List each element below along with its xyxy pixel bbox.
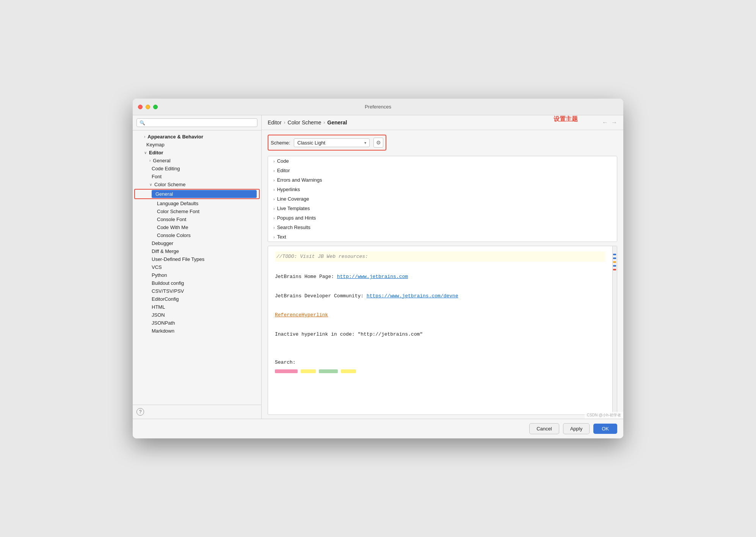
apply-button[interactable]: Apply xyxy=(563,423,590,434)
scheme-label: Scheme: xyxy=(271,140,290,146)
scrollbar-track[interactable] xyxy=(613,246,617,415)
sidebar-item-csv[interactable]: CSV/TSV/PSV xyxy=(133,287,261,295)
sidebar-item-debugger[interactable]: Debugger xyxy=(133,239,261,247)
sidebar-item-label: User-Defined File Types xyxy=(152,256,204,262)
sidebar-item-buildout[interactable]: Buildout config xyxy=(133,279,261,287)
tree-panel-hyperlinks[interactable]: › Hyperlinks xyxy=(268,185,617,194)
tree-panel-editor[interactable]: › Editor xyxy=(268,166,617,175)
scrollbar-marks xyxy=(613,254,616,270)
bottom-right: Cancel Apply OK xyxy=(529,423,617,434)
sidebar-item-python[interactable]: Python xyxy=(133,271,261,279)
preferences-window: Preferences 设置主题 🔍 › Appearance & Behavi… xyxy=(133,99,623,438)
sidebar-item-editor[interactable]: ∨ Editor xyxy=(133,149,261,157)
main-content: 🔍 › Appearance & Behavior Keymap ∨ Edito… xyxy=(133,115,623,419)
titlebar: Preferences xyxy=(133,99,623,115)
sidebar-item-keymap[interactable]: Keymap xyxy=(133,141,261,149)
tree-panel-live-templates[interactable]: › Live Templates xyxy=(268,204,617,213)
sr-bar-pink xyxy=(275,369,298,373)
arrow-icon: › xyxy=(273,178,275,182)
minimize-button[interactable] xyxy=(146,105,150,109)
sidebar-item-code-with-me[interactable]: Code With Me xyxy=(133,223,261,231)
sidebar-item-label: Code With Me xyxy=(157,225,188,230)
traffic-lights xyxy=(138,105,158,109)
arrow-icon: › xyxy=(273,235,275,239)
scheme-value: Classic Light xyxy=(297,140,362,146)
sr-bar-yellow1 xyxy=(301,369,316,373)
sidebar-item-console-colors[interactable]: Console Colors xyxy=(133,231,261,239)
tree-panel-code[interactable]: › Code xyxy=(268,156,617,166)
sidebar: 🔍 › Appearance & Behavior Keymap ∨ Edito… xyxy=(133,115,262,419)
tree-panel-line-coverage[interactable]: › Line Coverage xyxy=(268,194,617,204)
sidebar-item-label: Markdown xyxy=(152,328,174,334)
sidebar-tree: › Appearance & Behavior Keymap ∨ Editor … xyxy=(133,130,261,405)
arrow-icon: › xyxy=(273,225,275,230)
preview-text-1: JetBrains Home Page: xyxy=(275,274,337,279)
sidebar-item-json[interactable]: JSON xyxy=(133,311,261,319)
sidebar-item-label: Font xyxy=(152,174,162,179)
right-panel: Editor › Color Scheme › General ← → Sche… xyxy=(262,115,623,419)
sidebar-item-label: Python xyxy=(152,272,167,278)
link-reference[interactable]: ReferenceHyperlink xyxy=(275,312,328,318)
arrow-icon: ∨ xyxy=(144,151,147,155)
sidebar-item-label: CSV/TSV/PSV xyxy=(152,288,184,294)
link-jetbrains-dev[interactable]: https://www.jetbrains.com/devne xyxy=(367,293,458,299)
tree-panel-popups[interactable]: › Popups and Hints xyxy=(268,213,617,223)
sidebar-item-appearance[interactable]: › Appearance & Behavior xyxy=(133,133,261,141)
arrow-icon: › xyxy=(144,135,145,139)
tree-panel-text[interactable]: › Text xyxy=(268,232,617,242)
sidebar-item-label: EditorConfig xyxy=(152,296,179,302)
breadcrumb-sep-1: › xyxy=(284,120,285,125)
window-title: Preferences xyxy=(365,104,391,110)
maximize-button[interactable] xyxy=(153,105,158,109)
sidebar-item-label: JSON xyxy=(152,312,165,318)
back-arrow[interactable]: ← xyxy=(602,119,608,126)
ok-button[interactable]: OK xyxy=(593,424,617,434)
sidebar-item-jsonpath[interactable]: JSONPath xyxy=(133,319,261,327)
breadcrumb-part-editor: Editor xyxy=(268,119,282,126)
scheme-dropdown[interactable]: Classic Light ▾ xyxy=(294,138,370,147)
preview-line-1: JetBrains Home Page: http://www.jetbrain… xyxy=(275,272,605,281)
sidebar-item-label: VCS xyxy=(152,264,162,270)
sidebar-item-color-scheme-font[interactable]: Color Scheme Font xyxy=(133,207,261,215)
tree-panel-search-results[interactable]: › Search Results xyxy=(268,223,617,232)
search-results-bars xyxy=(275,369,605,373)
arrow-icon: › xyxy=(273,197,275,201)
link-jetbrains-home[interactable]: http://www.jetbrains.com xyxy=(337,274,408,279)
sidebar-item-markdown[interactable]: Markdown xyxy=(133,327,261,335)
sidebar-item-vcs[interactable]: VCS xyxy=(133,263,261,271)
tree-panel-errors[interactable]: › Errors and Warnings xyxy=(268,175,617,185)
breadcrumb-part-color-scheme: Color Scheme xyxy=(288,119,322,126)
sidebar-item-language-defaults[interactable]: Language Defaults xyxy=(133,199,261,207)
sidebar-item-code-editing[interactable]: Code Editing xyxy=(133,165,261,173)
sidebar-item-color-scheme[interactable]: ∨ Color Scheme xyxy=(133,181,261,188)
sidebar-item-editorconfig[interactable]: EditorConfig xyxy=(133,295,261,303)
todo-line: //TODO: Visit JB Web resources: xyxy=(275,251,605,262)
preview-area: //TODO: Visit JB Web resources: JetBrain… xyxy=(268,246,617,415)
cancel-button[interactable]: Cancel xyxy=(529,423,559,434)
sidebar-item-html[interactable]: HTML xyxy=(133,303,261,311)
breadcrumb-sep-2: › xyxy=(323,120,325,125)
gear-icon: ⚙ xyxy=(376,140,381,146)
sidebar-item-console-font[interactable]: Console Font xyxy=(133,215,261,223)
tree-item-label: Line Coverage xyxy=(277,196,309,202)
search-bar: 🔍 xyxy=(133,115,261,130)
search-input-wrap[interactable]: 🔍 xyxy=(136,118,257,127)
forward-arrow[interactable]: → xyxy=(611,119,617,126)
breadcrumb: Editor › Color Scheme › General xyxy=(268,119,347,126)
sidebar-item-label: Keymap xyxy=(146,142,165,148)
sidebar-item-font[interactable]: Font xyxy=(133,173,261,181)
tree-item-label: Popups and Hints xyxy=(277,215,316,221)
sidebar-item-label: Console Colors xyxy=(157,232,191,238)
arrow-icon: › xyxy=(273,206,275,211)
sidebar-item-diff-merge[interactable]: Diff & Merge xyxy=(133,247,261,255)
sidebar-item-general[interactable]: › General xyxy=(133,157,261,165)
bottom-bar: Cancel Apply OK xyxy=(133,419,623,438)
close-button[interactable] xyxy=(138,105,143,109)
scrollbar[interactable] xyxy=(612,246,617,415)
search-input[interactable] xyxy=(147,120,254,126)
help-button[interactable]: ? xyxy=(136,408,144,416)
gear-button[interactable]: ⚙ xyxy=(373,138,383,148)
tree-item-label: Live Templates xyxy=(277,206,310,211)
sidebar-item-user-defined[interactable]: User-Defined File Types xyxy=(133,255,261,263)
sidebar-item-general-selected[interactable]: General xyxy=(152,190,257,198)
